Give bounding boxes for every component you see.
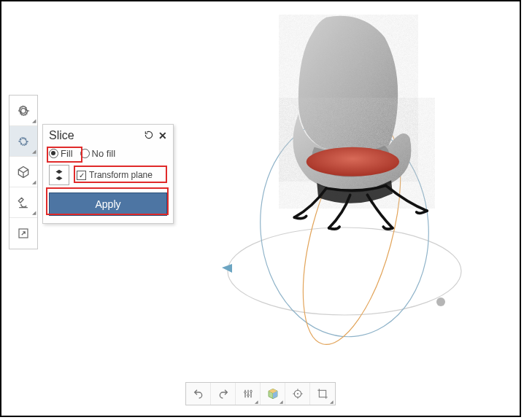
fill-radio-label: Fill <box>61 148 73 159</box>
left-toolbar: ◢ ◢ ◢ ◢ <box>9 95 38 249</box>
svg-point-5 <box>436 298 445 306</box>
chair-model[interactable] <box>279 15 447 233</box>
fill-radio-row: Fill No fill <box>49 148 167 159</box>
external-window-icon <box>17 227 30 240</box>
panel-header: Slice ✕ <box>49 129 167 142</box>
svg-marker-3 <box>222 264 232 273</box>
hexagon-tool[interactable]: ◢ <box>9 157 37 187</box>
radio-checked-icon <box>49 149 58 158</box>
cube-icon <box>266 387 280 400</box>
axis-z-icon <box>53 168 66 182</box>
microscope-icon <box>16 195 31 210</box>
redo-button[interactable] <box>211 383 236 405</box>
undo-button[interactable] <box>186 383 211 405</box>
transform-plane-label: Transform plane <box>89 170 153 180</box>
radio-unchecked-icon <box>80 149 90 158</box>
hexagon-icon <box>16 165 31 179</box>
fill-radio[interactable]: Fill <box>49 148 73 159</box>
apply-button[interactable]: Apply <box>49 192 167 216</box>
gear-icon <box>16 104 31 118</box>
svg-point-11 <box>247 394 249 397</box>
sliders-icon <box>242 388 254 400</box>
checkbox-checked-icon: ✓ <box>77 171 86 180</box>
external-tool[interactable] <box>9 218 37 249</box>
axis-row: ✓ Transform plane <box>49 165 167 185</box>
svg-marker-8 <box>56 170 63 174</box>
slice-gear-icon <box>16 134 31 149</box>
crop-button[interactable]: ◢ <box>310 383 335 405</box>
svg-point-12 <box>250 390 252 392</box>
svg-point-10 <box>244 392 246 394</box>
redo-icon <box>217 388 229 400</box>
bottom-toolbar: ◢ ◢ ◢ <box>185 382 336 405</box>
microscope-tool[interactable]: ◢ <box>9 187 37 218</box>
panel-title: Slice <box>49 129 74 142</box>
transform-plane-checkbox[interactable]: ✓ Transform plane <box>77 170 153 180</box>
slice-panel: Slice ✕ Fill No fill <box>42 124 174 224</box>
focus-target-button[interactable] <box>285 383 310 405</box>
reset-icon[interactable] <box>144 130 154 142</box>
nofill-radio[interactable]: No fill <box>80 148 116 159</box>
settings-tool[interactable]: ◢ <box>9 96 37 126</box>
svg-point-0 <box>228 228 461 315</box>
svg-rect-15 <box>319 390 325 397</box>
close-icon[interactable]: ✕ <box>158 130 167 141</box>
undo-icon <box>193 388 204 400</box>
svg-point-6 <box>307 147 399 176</box>
target-icon <box>292 388 304 400</box>
crop-icon <box>317 388 328 400</box>
svg-point-14 <box>297 393 298 394</box>
svg-marker-9 <box>56 176 63 180</box>
nofill-radio-label: No fill <box>92 148 116 159</box>
app-window: ◢ ◢ ◢ ◢ Slice <box>0 0 521 417</box>
adjust-button[interactable]: ◢ <box>236 383 261 405</box>
axis-z-button[interactable] <box>49 165 69 185</box>
cube-view-button[interactable]: ◢ <box>261 383 285 405</box>
slice-tool[interactable]: ◢ <box>9 126 37 157</box>
apply-button-label: Apply <box>95 198 120 210</box>
